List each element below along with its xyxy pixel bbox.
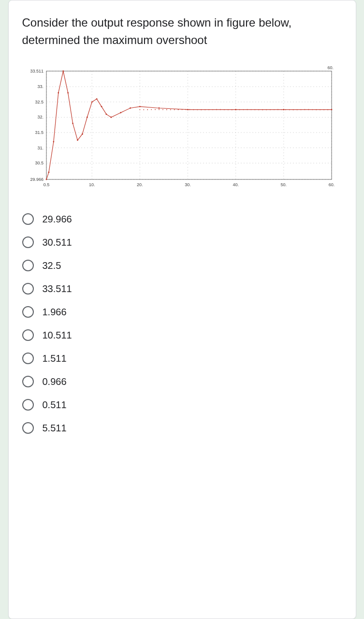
svg-point-101 (316, 109, 317, 110)
svg-point-66 (181, 109, 182, 110)
radio-icon[interactable] (22, 353, 34, 364)
svg-point-45 (105, 114, 107, 115)
option-label: 0.511 (43, 399, 67, 411)
svg-point-50 (158, 107, 160, 109)
svg-text:32.5: 32.5 (35, 100, 44, 104)
svg-text:60.: 60. (328, 182, 335, 187)
svg-point-64 (174, 109, 175, 110)
svg-point-75 (216, 109, 217, 110)
svg-point-37 (67, 92, 69, 94)
svg-point-94 (289, 109, 290, 110)
svg-point-62 (166, 109, 167, 110)
svg-point-68 (189, 109, 190, 110)
svg-point-32 (45, 179, 47, 180)
svg-point-85 (254, 109, 255, 110)
chart-svg: 29.96630.531.31.532.32.533.33.5110.510.2… (22, 62, 341, 193)
svg-point-58 (151, 109, 152, 110)
svg-point-96 (296, 109, 297, 110)
svg-point-60 (159, 109, 160, 110)
question-text: Consider the output response shown in fi… (22, 14, 342, 49)
option-label: 5.511 (43, 423, 67, 434)
svg-point-80 (235, 109, 236, 110)
svg-point-47 (120, 112, 121, 114)
svg-point-102 (320, 109, 320, 110)
svg-point-53 (283, 109, 284, 110)
svg-point-34 (53, 141, 54, 143)
svg-point-59 (155, 109, 156, 110)
svg-text:33.: 33. (37, 84, 44, 89)
svg-point-36 (62, 71, 64, 72)
radio-icon[interactable] (22, 213, 34, 225)
svg-point-33 (48, 172, 49, 173)
svg-point-56 (143, 109, 144, 110)
svg-text:31.: 31. (37, 146, 44, 150)
svg-point-42 (91, 101, 92, 103)
svg-text:30.: 30. (185, 182, 191, 187)
radio-icon[interactable] (22, 376, 34, 387)
svg-text:33.511: 33.511 (30, 69, 44, 74)
radio-icon[interactable] (22, 329, 34, 341)
svg-point-79 (231, 109, 232, 110)
option-7[interactable]: 0.966 (22, 370, 342, 393)
radio-icon[interactable] (22, 236, 34, 248)
svg-point-73 (208, 109, 209, 110)
option-label: 30.511 (43, 237, 72, 248)
svg-point-48 (130, 107, 131, 109)
svg-point-88 (266, 109, 267, 110)
option-label: 0.966 (43, 376, 67, 387)
svg-point-67 (185, 109, 186, 110)
svg-text:31.5: 31.5 (35, 130, 44, 135)
svg-point-63 (170, 109, 171, 110)
svg-point-65 (177, 109, 178, 110)
svg-text:0.5: 0.5 (43, 182, 49, 187)
radio-icon[interactable] (22, 306, 34, 318)
svg-point-83 (247, 109, 248, 110)
svg-point-76 (220, 109, 221, 110)
radio-icon[interactable] (22, 283, 34, 295)
svg-text:50.: 50. (280, 182, 287, 187)
svg-point-97 (300, 109, 301, 110)
svg-point-99 (308, 109, 309, 110)
svg-point-91 (277, 109, 278, 110)
option-1[interactable]: 30.511 (22, 231, 342, 254)
svg-point-74 (212, 109, 213, 110)
svg-point-46 (110, 117, 112, 118)
response-chart: 29.96630.531.31.532.32.533.33.5110.510.2… (22, 62, 342, 193)
option-0[interactable]: 29.966 (22, 207, 342, 231)
svg-point-81 (239, 109, 240, 110)
svg-point-70 (197, 109, 198, 110)
option-6[interactable]: 1.511 (22, 347, 342, 370)
option-2[interactable]: 32.5 (22, 254, 342, 277)
svg-point-41 (86, 117, 87, 118)
option-label: 33.511 (43, 283, 72, 295)
radio-icon[interactable] (22, 260, 34, 271)
option-9[interactable]: 5.511 (22, 416, 342, 440)
svg-point-61 (162, 109, 163, 110)
svg-point-90 (274, 109, 275, 110)
svg-point-49 (139, 106, 140, 107)
svg-point-57 (147, 109, 148, 110)
svg-point-55 (139, 109, 140, 110)
option-label: 29.966 (43, 214, 72, 225)
svg-point-77 (223, 109, 224, 110)
option-4[interactable]: 1.966 (22, 300, 342, 324)
svg-point-104 (327, 109, 328, 110)
svg-point-87 (262, 109, 263, 110)
svg-point-93 (285, 109, 286, 110)
radio-icon[interactable] (22, 399, 34, 411)
svg-point-103 (323, 109, 324, 110)
svg-point-69 (193, 109, 194, 110)
option-8[interactable]: 0.511 (22, 393, 342, 416)
svg-point-43 (96, 98, 97, 100)
svg-point-35 (58, 92, 59, 94)
option-3[interactable]: 33.511 (22, 277, 342, 300)
svg-text:30.5: 30.5 (35, 161, 44, 165)
option-label: 32.5 (43, 260, 61, 271)
svg-point-89 (270, 109, 271, 110)
radio-icon[interactable] (22, 422, 34, 434)
svg-point-84 (250, 109, 251, 110)
question-card: Consider the output response shown in fi… (8, 0, 356, 619)
option-label: 10.511 (43, 330, 72, 341)
option-5[interactable]: 10.511 (22, 324, 342, 347)
svg-point-40 (81, 133, 83, 135)
